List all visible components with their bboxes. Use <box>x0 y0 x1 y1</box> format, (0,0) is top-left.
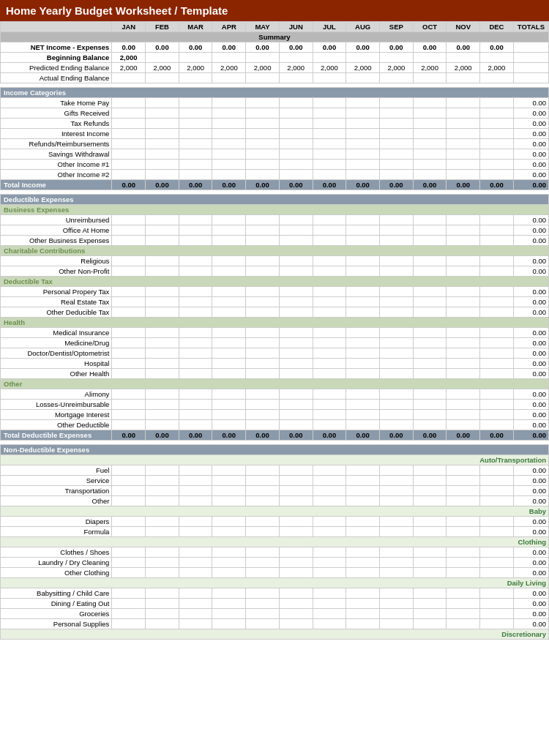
ded-other-health: Other Health 0.00 <box>1 369 549 379</box>
charitable-label: Charitable Contributions <box>1 246 549 256</box>
ded-other-nonprofit: Other Non-Profit 0.00 <box>1 266 549 277</box>
col-header-apr: APR <box>212 22 246 32</box>
ded-other-deductible: Other Deductible 0.00 <box>1 420 549 430</box>
net-income-total <box>513 42 548 53</box>
net-income-mar[interactable]: 0.00 <box>179 42 212 53</box>
deductible-tax-label: Deductible Tax <box>1 277 549 287</box>
daily-living-header: Daily Living <box>1 578 549 588</box>
non-deductible-section-header: Non-Deductible Expenses <box>1 445 549 455</box>
nded-diapers: Diapers 0.00 <box>1 517 549 527</box>
income-section-label: Income Categories <box>1 88 549 98</box>
income-item-other1: Other Income #1 0.00 <box>1 160 549 170</box>
ded-doctor-dentist: Doctor/Dentist/Optometrist 0.00 <box>1 348 549 359</box>
nded-dining: Dining / Eating Out 0.00 <box>1 599 549 609</box>
net-income-label: NET Income - Expenses <box>1 42 112 53</box>
health-label: Health <box>1 318 549 328</box>
beginning-balance-value[interactable]: 2,000 <box>112 53 146 63</box>
nded-laundry: Laundry / Dry Cleaning 0.00 <box>1 558 549 568</box>
nded-groceries: Groceries 0.00 <box>1 609 549 619</box>
ded-real-estate-tax: Real Estate Tax 0.00 <box>1 297 549 307</box>
daily-living-label: Daily Living <box>1 578 549 588</box>
total-income-label: Total Income <box>1 180 112 190</box>
col-header-may: MAY <box>246 22 280 32</box>
beginning-balance-label: Beginning Balance <box>1 53 112 63</box>
ded-mortgage-interest: Mortgage Interest 0.00 <box>1 410 549 420</box>
ded-religious: Religious 0.00 <box>1 256 549 266</box>
nded-service: Service 0.00 <box>1 476 549 486</box>
charitable-header: Charitable Contributions <box>1 246 549 256</box>
col-header-jul: JUL <box>313 22 346 32</box>
col-header-jan: JAN <box>112 22 146 32</box>
clothing-label: Clothing <box>1 537 549 547</box>
discretionary-label: Discretionary <box>1 629 549 640</box>
col-header-feb: FEB <box>146 22 179 32</box>
col-header-sep: SEP <box>380 22 414 32</box>
ded-other-deducible-tax: Other Deducible Tax 0.00 <box>1 307 549 318</box>
col-header-aug: AUG <box>346 22 380 32</box>
auto-label: Auto/Transportation <box>1 455 549 465</box>
col-header-totals: TOTALS <box>513 22 548 32</box>
nded-fuel: Fuel 0.00 <box>1 465 549 476</box>
auto-header: Auto/Transportation <box>1 455 549 465</box>
net-income-aug[interactable]: 0.00 <box>346 42 380 53</box>
income-item-gifts-received: Gifts Received 0.00 <box>1 108 549 119</box>
predicted-ending-row: Predicted Ending Balance 2,000 2,000 2,0… <box>1 63 549 73</box>
income-item-other2: Other Income #2 0.00 <box>1 170 549 180</box>
net-income-apr[interactable]: 0.00 <box>212 42 246 53</box>
actual-ending-label: Actual Ending Balance <box>1 73 112 83</box>
total-deductible-label: Total Deductible Expenses <box>1 430 112 441</box>
page-title: Home Yearly Budget Worksheet / Template <box>6 4 228 17</box>
baby-header: Baby <box>1 506 549 517</box>
ded-other-business: Other Business Expenses 0.00 <box>1 236 549 246</box>
nded-clothes-shoes: Clothes / Shoes 0.00 <box>1 547 549 558</box>
baby-label: Baby <box>1 506 549 517</box>
income-item-take-home-pay: Take Home Pay 0.00 <box>1 98 549 108</box>
title-bar: Home Yearly Budget Worksheet / Template <box>0 0 549 21</box>
col-header-dec: DEC <box>480 22 514 32</box>
net-income-jan[interactable]: 0.00 <box>112 42 146 53</box>
deductible-tax-header: Deductible Tax <box>1 277 549 287</box>
deductible-section-label: Deductible Expenses <box>1 195 549 205</box>
deductible-total-row: Total Deductible Expenses 0.000.000.000.… <box>1 430 549 441</box>
summary-section-label: Summary <box>1 32 549 42</box>
discretionary-header: Discretionary <box>1 629 549 640</box>
col-header-label <box>1 22 112 32</box>
net-income-nov[interactable]: 0.00 <box>447 42 480 53</box>
col-header-oct: OCT <box>413 22 447 32</box>
ded-losses-unreimbursable: Losses-Unreimbursable 0.00 <box>1 400 549 410</box>
actual-ending-row: Actual Ending Balance <box>1 73 549 83</box>
col-header-jun: JUN <box>279 22 313 32</box>
ded-office-at-home: Office At Home 0.00 <box>1 225 549 236</box>
beginning-balance-row: Beginning Balance 2,000 <box>1 53 549 63</box>
nded-other-clothing: Other Clothing 0.00 <box>1 568 549 578</box>
income-total-row: Total Income 0.000.000.000.000.000.000.0… <box>1 180 549 190</box>
ded-medicine-drug: Medicine/Drug 0.00 <box>1 338 549 348</box>
income-item-tax-refunds: Tax Refunds 0.00 <box>1 119 549 129</box>
net-income-oct[interactable]: 0.00 <box>413 42 447 53</box>
income-section-header: Income Categories <box>1 88 549 98</box>
other-deductible-header: Other <box>1 379 549 389</box>
clothing-header: Clothing <box>1 537 549 547</box>
ded-hospital: Hospital 0.00 <box>1 359 549 369</box>
ded-alimony: Alimony 0.00 <box>1 389 549 400</box>
net-income-sep[interactable]: 0.00 <box>380 42 414 53</box>
net-income-may[interactable]: 0.00 <box>246 42 280 53</box>
net-income-dec[interactable]: 0.00 <box>480 42 514 53</box>
business-expenses-label: Business Expenses <box>1 205 549 215</box>
income-item-interest-income: Interest Income 0.00 <box>1 129 549 139</box>
non-deductible-section-label: Non-Deductible Expenses <box>1 445 549 455</box>
predicted-ending-label: Predicted Ending Balance <box>1 63 112 73</box>
net-income-feb[interactable]: 0.00 <box>146 42 179 53</box>
nded-auto-other: Other 0.00 <box>1 496 549 506</box>
nded-formula: Formula 0.00 <box>1 527 549 537</box>
health-header: Health <box>1 318 549 328</box>
net-income-row: NET Income - Expenses 0.00 0.00 0.00 0.0… <box>1 42 549 53</box>
other-deductible-label: Other <box>1 379 549 389</box>
col-header-mar: MAR <box>179 22 212 32</box>
ded-unreimbursed: Unreimbursed 0.00 <box>1 215 549 225</box>
net-income-jul[interactable]: 0.00 <box>313 42 346 53</box>
nded-babysitting: Babysitting / Child Care 0.00 <box>1 588 549 599</box>
net-income-jun[interactable]: 0.00 <box>279 42 313 53</box>
income-item-refunds-reimbursements: Refunds/Reimbursements 0.00 <box>1 139 549 149</box>
nded-personal-supplies: Personal Supplies 0.00 <box>1 619 549 629</box>
